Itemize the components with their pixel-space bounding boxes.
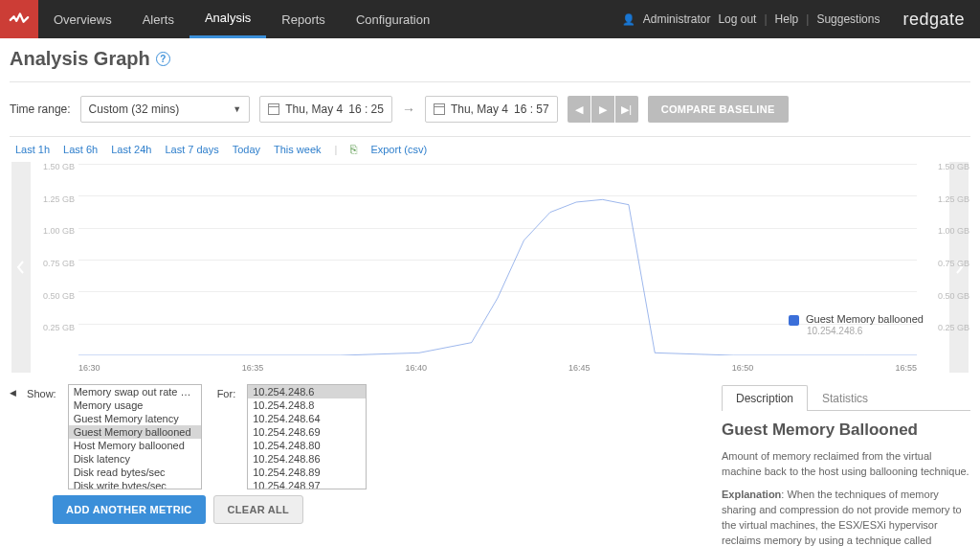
chart-plot-area[interactable]: 1.50 GB1.25 GB1.00 GB0.75 GB0.50 GB0.25 … xyxy=(31,162,949,373)
quick-link[interactable]: This week xyxy=(274,144,322,155)
y-axis-left: 1.50 GB1.25 GB1.00 GB0.75 GB0.50 GB0.25 … xyxy=(36,162,75,355)
time-nav-group: ◀ ▶ ▶| xyxy=(568,96,638,123)
logout-link[interactable]: Log out xyxy=(718,12,756,26)
help-link[interactable]: Help xyxy=(775,12,799,26)
to-date-value: Thu, May 4 xyxy=(451,102,508,116)
show-label: Show: xyxy=(27,388,56,399)
x-axis: 16:3016:3516:4016:4516:5016:55 xyxy=(78,363,917,373)
time-range-label: Time range: xyxy=(10,102,71,116)
page-title-bar: Analysis Graph ? xyxy=(0,38,980,78)
chevron-down-icon: ▼ xyxy=(233,104,241,114)
nav-item-reports[interactable]: Reports xyxy=(266,0,341,38)
app-header: OverviewsAlertsAnalysisReportsConfigurat… xyxy=(0,0,980,38)
help-icon[interactable]: ? xyxy=(156,52,170,66)
time-prev-button[interactable]: ◀ xyxy=(568,96,590,123)
collapse-icon[interactable]: ◀ xyxy=(10,388,16,398)
quick-link[interactable]: Last 7 days xyxy=(165,144,218,155)
info-paragraph: Explanation: When the techniques of memo… xyxy=(722,488,970,546)
info-tabs: DescriptionStatistics xyxy=(722,384,970,411)
time-range-value: Custom (32 mins) xyxy=(89,102,180,116)
nav-item-configuration[interactable]: Configuration xyxy=(341,0,445,38)
user-icon: 👤 xyxy=(622,13,635,26)
time-latest-button[interactable]: ▶| xyxy=(615,96,638,123)
user-name[interactable]: Administrator xyxy=(643,12,711,26)
metric-option[interactable]: Guest Memory latency xyxy=(69,412,201,425)
host-option[interactable]: 10.254.248.8 xyxy=(248,398,366,412)
quick-link[interactable]: Last 6h xyxy=(63,144,98,155)
page-title: Analysis Graph xyxy=(10,48,150,70)
nav-item-analysis[interactable]: Analysis xyxy=(189,0,266,38)
host-listbox[interactable]: 10.254.248.610.254.248.810.254.248.6410.… xyxy=(247,384,367,489)
compare-baseline-button[interactable]: COMPARE BASELINE xyxy=(648,96,789,123)
quick-link[interactable]: Today xyxy=(233,144,260,155)
add-another-metric-button[interactable]: ADD ANOTHER METRIC xyxy=(53,495,206,524)
host-option[interactable]: 10.254.248.89 xyxy=(248,466,366,479)
quick-link[interactable]: Last 24h xyxy=(111,144,151,155)
legend-series-name: Guest Memory ballooned xyxy=(806,313,924,325)
metric-option[interactable]: Disk read bytes/sec xyxy=(69,466,201,479)
app-logo xyxy=(0,0,38,38)
metric-listbox[interactable]: Memory swap out rate bytes/secMemory usa… xyxy=(68,384,202,489)
from-date-value: Thu, May 4 xyxy=(285,102,343,116)
legend-swatch xyxy=(789,315,799,326)
filters-row: ◀ Show: Memory swap out rate bytes/secMe… xyxy=(0,373,980,546)
clear-all-button[interactable]: CLEAR ALL xyxy=(213,495,304,524)
nav-item-alerts[interactable]: Alerts xyxy=(127,0,189,38)
quick-links-row: Last 1hLast 6hLast 24hLast 7 daysTodayTh… xyxy=(0,137,980,162)
metric-option[interactable]: Memory swap out rate bytes/sec xyxy=(69,385,201,398)
metric-option[interactable]: Memory usage xyxy=(69,398,201,412)
nav-item-overviews[interactable]: Overviews xyxy=(38,0,127,38)
nav-right: 👤 Administrator Log out | Help | Suggest… xyxy=(622,0,980,38)
info-tab-description[interactable]: Description xyxy=(722,385,808,411)
time-range-row: Time range: Custom (32 mins) ▼ Thu, May … xyxy=(0,82,980,132)
host-option[interactable]: 10.254.248.6 xyxy=(248,385,366,398)
host-option[interactable]: 10.254.248.80 xyxy=(248,439,366,452)
host-option[interactable]: 10.254.248.64 xyxy=(248,412,366,425)
metric-option[interactable]: Disk write bytes/sec xyxy=(69,479,201,489)
from-time-value: 16 : 25 xyxy=(348,102,384,116)
chart-container: 1.50 GB1.25 GB1.00 GB0.75 GB0.50 GB0.25 … xyxy=(11,162,969,373)
time-range-dropdown[interactable]: Custom (32 mins) ▼ xyxy=(80,96,251,123)
legend-series-host: 10.254.248.6 xyxy=(807,326,951,336)
info-paragraph: Amount of memory reclaimed from the virt… xyxy=(722,449,970,480)
host-option[interactable]: 10.254.248.86 xyxy=(248,452,366,466)
metric-option[interactable]: Guest Memory ballooned xyxy=(69,425,201,439)
export-icon: ⎘ xyxy=(350,143,357,156)
host-option[interactable]: 10.254.248.69 xyxy=(248,425,366,439)
host-option[interactable]: 10.254.248.97 xyxy=(248,479,366,489)
metric-option[interactable]: Disk latency xyxy=(69,452,201,466)
arrow-right-icon: → xyxy=(402,102,415,117)
to-date-input[interactable]: Thu, May 4 16 : 57 xyxy=(425,96,558,123)
suggestions-link[interactable]: Suggestions xyxy=(816,12,880,26)
calendar-icon xyxy=(434,103,445,115)
chart-scroll-left[interactable] xyxy=(11,162,31,373)
time-next-button[interactable]: ▶ xyxy=(591,96,614,123)
info-tab-statistics[interactable]: Statistics xyxy=(808,385,882,411)
to-time-value: 16 : 57 xyxy=(514,102,549,116)
quick-link[interactable]: Last 1h xyxy=(15,144,50,155)
chart-legend[interactable]: Guest Memory ballooned 10.254.248.6 xyxy=(789,313,951,336)
export-csv-link[interactable]: Export (csv) xyxy=(370,144,427,155)
brand-name: redgate xyxy=(902,10,965,30)
from-date-input[interactable]: Thu, May 4 16 : 25 xyxy=(259,96,392,123)
calendar-icon xyxy=(268,103,279,115)
info-title: Guest Memory Ballooned xyxy=(722,421,970,440)
metric-option[interactable]: Host Memory ballooned xyxy=(69,439,201,452)
main-nav: OverviewsAlertsAnalysisReportsConfigurat… xyxy=(38,0,445,38)
info-panel: DescriptionStatistics Guest Memory Ballo… xyxy=(722,384,970,546)
